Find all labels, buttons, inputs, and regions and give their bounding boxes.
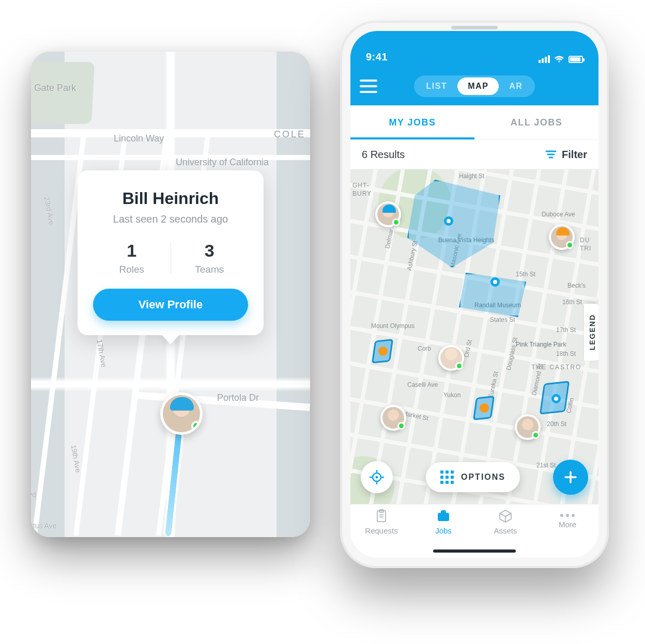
left-map-card: Gate Park Lincoln Way COLE University of… (31, 52, 310, 537)
phone-screen: 9:41 LIST MAP AR MY JOBS ALL JOBS (350, 31, 598, 558)
stat-roles-label: Roles (93, 264, 171, 275)
stat-teams-label: Teams (171, 264, 249, 275)
label-du: DU (580, 237, 590, 244)
label-bury: BURY (352, 190, 372, 197)
tabbar-jobs-label: Jobs (435, 526, 452, 535)
map-label-portola: Portola Dr (217, 392, 259, 403)
tab-all-jobs[interactable]: ALL JOBS (474, 105, 598, 139)
zone-mid-marker[interactable] (490, 277, 500, 287)
map-label-cole: COLE (274, 129, 305, 140)
map-label-23rd: 23rd Ave (43, 196, 56, 226)
label-ght: GHT- (352, 182, 370, 189)
tabbar-jobs[interactable]: Jobs (412, 509, 474, 556)
label-the-castro: THE CASTRO (531, 364, 581, 371)
tabbar-requests-label: Requests (365, 526, 397, 535)
seg-map[interactable]: MAP (457, 77, 499, 95)
phone-device: 9:41 LIST MAP AR MY JOBS ALL JOBS (340, 21, 609, 568)
svg-point-4 (376, 476, 378, 479)
tabbar-assets-label: Assets (494, 526, 517, 535)
map-label-lincoln: Lincoln Way (114, 133, 164, 144)
cellular-icon (539, 55, 550, 63)
street-yukon: Yukon (443, 391, 460, 399)
presence-dot (397, 422, 405, 430)
crosshair-icon (370, 470, 384, 484)
locate-me-button[interactable] (361, 461, 393, 493)
view-profile-button[interactable]: View Profile (93, 289, 248, 321)
zone-small-1-marker[interactable] (378, 347, 388, 356)
jobs-map[interactable]: Haight St Duboce Ave GHT- BURY DU TRI Bu… (350, 169, 598, 504)
filter-icon (545, 150, 557, 159)
label-pink-triangle: Pink Triangle Park (516, 341, 566, 348)
tab-my-jobs[interactable]: MY JOBS (350, 105, 474, 139)
profile-name: Bill Heinrich (93, 189, 248, 208)
grid-icon (440, 470, 454, 484)
stat-teams: 3 Teams (171, 241, 249, 275)
street-15th: 15th St (516, 271, 535, 278)
map-controls: OPTIONS (350, 460, 598, 495)
street-17th: 17th St (556, 326, 576, 334)
map-background[interactable]: Gate Park Lincoln Way COLE University of… (31, 52, 310, 537)
presence-dot (392, 218, 400, 226)
presence-dot (532, 431, 540, 439)
filter-button[interactable]: Filter (545, 149, 587, 161)
map-label-19th: 19th Ave (70, 444, 83, 473)
profile-last-seen: Last seen 2 seconds ago (93, 213, 248, 225)
map-label-ptus: ptus Ave (31, 522, 56, 530)
options-label: OPTIONS (461, 473, 505, 482)
map-label-gate-park: Gate Park (34, 83, 76, 93)
user-avatar[interactable] (160, 392, 203, 435)
street-18th: 18th St (556, 350, 576, 357)
plus-icon (563, 469, 578, 485)
more-icon (560, 514, 575, 517)
presence-indicator (191, 421, 202, 431)
bottom-tabbar: Requests Jobs Assets More (350, 504, 598, 556)
legend-toggle[interactable]: LEGEND (584, 304, 598, 360)
worker-avatar-1[interactable] (375, 201, 401, 227)
cube-icon (498, 509, 513, 523)
tabbar-more-label: More (559, 520, 576, 529)
tabbar-requests[interactable]: Requests (350, 509, 412, 556)
map-options-button[interactable]: OPTIONS (426, 462, 520, 492)
wifi-icon (554, 56, 564, 63)
battery-icon (569, 56, 583, 63)
nav-top: LIST MAP AR (350, 67, 598, 105)
view-mode-segmented: LIST MAP AR (414, 75, 535, 97)
seg-ar[interactable]: AR (499, 77, 533, 95)
worker-avatar-2[interactable] (549, 224, 575, 250)
street-haight: Haight St (459, 172, 484, 180)
home-indicator (433, 549, 516, 553)
results-bar: 6 Results Filter (350, 139, 598, 169)
stat-teams-value: 3 (171, 241, 249, 261)
street-20th: 20th St (547, 420, 566, 428)
zone-large-marker[interactable] (444, 216, 453, 226)
street-corb: Corb (418, 345, 431, 352)
phone-speaker (451, 26, 498, 29)
status-icons (539, 55, 583, 63)
menu-button[interactable] (360, 80, 377, 93)
results-count: 6 Results (362, 149, 405, 161)
zone-small-2-marker[interactable] (480, 403, 489, 413)
profile-popup: Bill Heinrich Last seen 2 seconds ago 1 … (78, 170, 264, 335)
zone-small-3-marker[interactable] (551, 394, 561, 403)
street-16th: 16th St (562, 299, 582, 306)
label-mt-olympus: Mount Olympus (371, 322, 414, 329)
briefcase-icon (436, 509, 451, 523)
street-caselli: Caselli Ave (407, 381, 438, 388)
street-duboce: Duboce Ave (542, 211, 575, 218)
user-trail (160, 392, 202, 527)
map-label-university: University of California (176, 157, 269, 168)
tabbar-more[interactable]: More (536, 509, 598, 556)
presence-dot (455, 362, 463, 370)
add-job-button[interactable] (553, 460, 588, 495)
tabbar-assets[interactable]: Assets (474, 509, 536, 556)
status-bar: 9:41 (350, 31, 598, 67)
worker-avatar-4[interactable] (380, 405, 406, 431)
clipboard-icon (374, 509, 389, 523)
svg-rect-13 (438, 513, 449, 521)
worker-avatar-3[interactable] (438, 345, 464, 371)
street-becks: Beck's (567, 282, 586, 289)
worker-avatar-5[interactable] (515, 414, 541, 440)
seg-list[interactable]: LIST (416, 77, 458, 95)
filter-label: Filter (562, 149, 587, 161)
map-label-blvd: lvd (31, 491, 36, 499)
